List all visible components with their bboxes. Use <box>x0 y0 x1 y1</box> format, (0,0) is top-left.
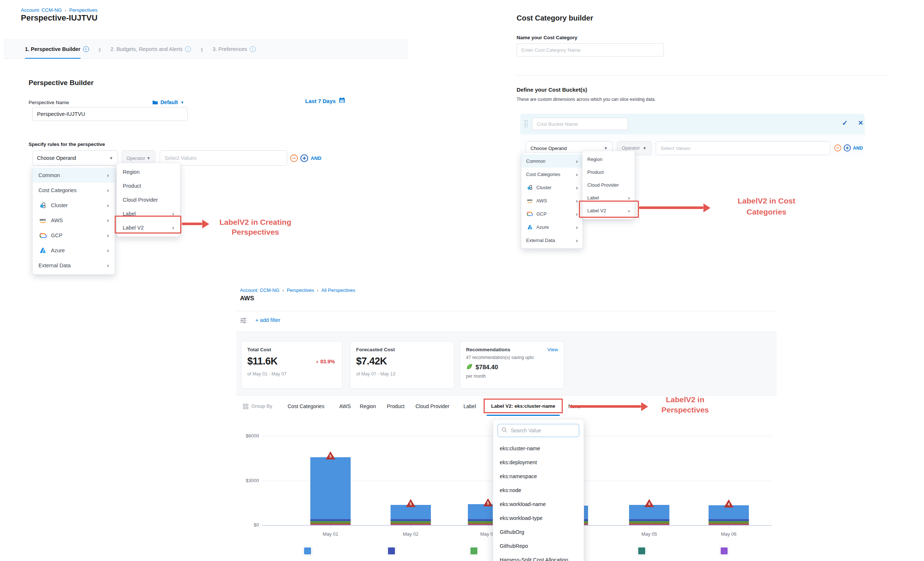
chart-bar[interactable] <box>629 505 669 525</box>
view-default-dropdown[interactable]: Default ▼ <box>152 98 184 106</box>
submenu-item-cloud-provider[interactable]: Cloud Provider <box>582 179 634 191</box>
submenu-item-product[interactable]: Product <box>582 166 634 179</box>
tab-budgets-reports-alerts[interactable]: 2. Budgets, Reports and Alerts i <box>111 46 191 52</box>
legend-chip[interactable] <box>303 546 312 555</box>
menu-item-azure[interactable]: Azure› <box>33 243 115 258</box>
value-item-eks-namespace[interactable]: eks:namespace <box>493 469 584 483</box>
value-item-eks-cluster-name[interactable]: eks:cluster-name <box>493 441 584 456</box>
perspective-builder-panel: Account: CCM-NG › Perspectives Perspecti… <box>4 8 387 286</box>
breadcrumb-all-perspectives-link[interactable]: All Perspectives <box>321 287 355 293</box>
and-operator-button[interactable]: AND <box>853 146 863 151</box>
date-range-picker[interactable]: Last 7 Days <box>305 97 345 105</box>
tab-preferences[interactable]: 3. Preferences i <box>213 46 255 52</box>
legend-chip[interactable] <box>720 546 729 555</box>
group-by-label-v2-selected[interactable]: Label V2: eks:cluster-name <box>484 399 563 413</box>
submenu-item-region[interactable]: Region <box>117 165 180 179</box>
menu-item-aws[interactable]: aws AWS› <box>33 213 115 228</box>
value-item-eks-node[interactable]: eks:node <box>493 483 584 497</box>
label-v2-highlight-box <box>579 200 639 218</box>
menu-item-azure[interactable]: Azure› <box>521 220 582 233</box>
group-by-region[interactable]: Region <box>360 403 376 409</box>
add-filter-button[interactable]: + add filter <box>255 317 280 323</box>
menu-item-common[interactable]: Common› <box>521 154 582 168</box>
chart-bar[interactable] <box>390 505 431 525</box>
annotation-line: LabelV2 in Cost <box>723 196 810 206</box>
and-operator-button[interactable]: AND <box>310 155 321 161</box>
anomaly-badge[interactable]: 5 <box>406 499 416 507</box>
search-value-box[interactable] <box>498 424 579 437</box>
choose-operand-value: Choose Operand <box>37 155 76 161</box>
menu-item-cost-categories[interactable]: Cost Categories› <box>521 168 582 181</box>
legend-chip[interactable] <box>387 546 396 555</box>
cost-category-name-input[interactable] <box>517 43 664 56</box>
value-item-githubrepo[interactable]: GithubRepo <box>493 539 584 553</box>
submenu-item-product[interactable]: Product <box>117 179 180 193</box>
trend-up-icon: ▲ <box>315 360 319 363</box>
drag-handle-icon[interactable] <box>525 120 528 128</box>
remove-rule-icon[interactable] <box>290 154 298 164</box>
cluster-icon <box>526 183 534 191</box>
menu-item-label: Cost Categories <box>526 171 560 177</box>
anomaly-badge[interactable]: 5 <box>483 498 493 506</box>
add-rule-icon[interactable] <box>843 144 851 153</box>
group-by-cloud-provider[interactable]: Cloud Provider <box>416 403 450 409</box>
menu-item-external-data[interactable]: External Data› <box>521 233 582 247</box>
chevron-right-icon: › <box>628 195 630 201</box>
choose-operand-select[interactable]: Choose Operand ▼ <box>32 150 118 166</box>
menu-item-aws[interactable]: aws AWS› <box>521 194 582 207</box>
anomaly-badge[interactable]: 4 <box>645 499 654 507</box>
menu-item-gcp[interactable]: GCP› <box>33 228 115 243</box>
menu-item-cluster[interactable]: Cluster› <box>33 198 115 213</box>
group-by-label-tab[interactable]: Label <box>464 403 476 409</box>
group-by-product[interactable]: Product <box>387 403 405 409</box>
gcp-icon <box>526 210 534 218</box>
search-value-input[interactable] <box>510 427 574 434</box>
value-item-eks-workload-type[interactable]: eks:workload-type <box>493 511 584 525</box>
add-rule-icon[interactable] <box>300 154 309 164</box>
submenu-item-cloud-provider[interactable]: Cloud Provider <box>117 193 180 207</box>
perspective-name-input[interactable] <box>32 107 188 121</box>
cost-category-builder-panel: Cost Category builder Name your Cost Cat… <box>516 11 886 246</box>
recommendations-card: Recommendations View 47 recommendation(s… <box>460 341 564 389</box>
cost-bucket-name-input[interactable] <box>532 118 628 130</box>
menu-item-label: Common <box>526 158 546 164</box>
close-x-icon[interactable]: ✕ <box>858 119 863 127</box>
breadcrumb-account-link[interactable]: Account: CCM-NG <box>21 8 62 13</box>
menu-item-label: Cluster <box>51 202 68 208</box>
breadcrumb-account-link[interactable]: Account: CCM-NG <box>240 287 279 293</box>
menu-item-gcp[interactable]: GCP› <box>521 207 582 220</box>
tab-perspective-builder[interactable]: 1. Perspective Builder i <box>25 46 89 52</box>
view-recommendations-link[interactable]: View <box>548 347 558 352</box>
submenu-item-region[interactable]: Region <box>582 153 634 166</box>
select-values-input[interactable] <box>656 141 830 155</box>
aws-perspective-panel: Account: CCM-NG › Perspectives › All Per… <box>240 286 773 561</box>
filter-icon[interactable] <box>240 317 247 325</box>
confirm-check-icon[interactable]: ✓ <box>842 119 848 127</box>
divider <box>236 311 777 311</box>
breadcrumb-perspectives-link[interactable]: Perspectives <box>287 287 314 293</box>
legend-chip[interactable] <box>637 546 646 555</box>
group-by-cost-categories[interactable]: Cost Categories <box>288 403 324 409</box>
cost-bucket-header: ✓ ✕ <box>520 114 865 134</box>
value-item-githuborg[interactable]: GithubOrg <box>493 525 584 539</box>
menu-item-common[interactable]: Common› <box>33 168 115 183</box>
value-item-eks-deployment[interactable]: eks:deployment <box>493 456 584 469</box>
menu-item-cost-categories[interactable]: Cost Categories› <box>33 183 115 198</box>
breadcrumb-perspectives-link[interactable]: Perspectives <box>69 8 98 13</box>
menu-item-external-data[interactable]: External Data› <box>33 258 115 273</box>
anomaly-badge[interactable]: 4 <box>724 499 734 507</box>
value-item-harness-split[interactable]: Harness-Split Cost Allocation <box>493 553 584 561</box>
info-icon: i <box>185 46 191 52</box>
chevron-right-icon: › <box>576 224 578 230</box>
chart-bar-segment <box>709 524 749 525</box>
anomaly-badge[interactable]: 5 <box>326 451 335 459</box>
value-item-eks-workload-name[interactable]: eks:workload-name <box>493 497 584 511</box>
chart-bar-segment <box>310 524 351 525</box>
chart-bar[interactable] <box>709 505 749 525</box>
group-by-aws[interactable]: AWS <box>339 403 351 409</box>
remove-rule-icon[interactable] <box>834 144 842 153</box>
chart-bar[interactable] <box>310 457 351 525</box>
legend-chip[interactable] <box>470 546 478 555</box>
chevron-right-icon: › <box>317 288 318 293</box>
menu-item-cluster[interactable]: Cluster› <box>521 181 582 194</box>
